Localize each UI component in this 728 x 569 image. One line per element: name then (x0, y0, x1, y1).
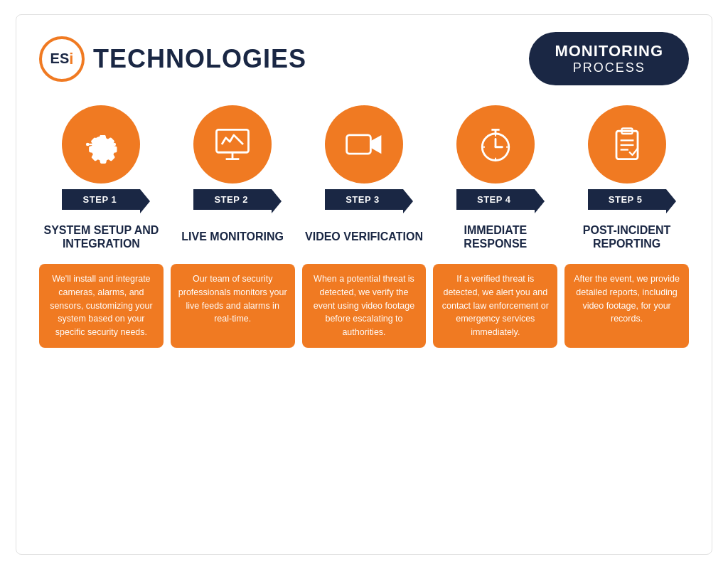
svg-rect-7 (347, 135, 371, 154)
step1-icon-circle (62, 105, 140, 184)
step2-arrow: STEP 2 (193, 189, 272, 210)
company-name: TECHNOLOGIES (93, 44, 306, 74)
step-col-5: STEP 5 POST-INCIDENT REPORTING After the… (564, 105, 689, 348)
step3-label: STEP 3 (346, 194, 380, 205)
step5-title: POST-INCIDENT REPORTING (564, 216, 689, 258)
stopwatch-icon (474, 123, 517, 166)
step3-icon-circle (325, 105, 403, 184)
clipboard-icon (606, 123, 648, 166)
camera-icon (343, 123, 385, 166)
step1-desc: We'll install and integrate cameras, ala… (39, 264, 164, 348)
logo-area: ESi TECHNOLOGIES (39, 36, 306, 82)
svg-point-3 (86, 143, 90, 147)
step-col-2: STEP 2 LIVE MONITORING Our team of secur… (171, 105, 295, 348)
svg-point-2 (113, 143, 117, 147)
step1-arrow: STEP 1 (62, 189, 140, 210)
step3-desc: When a potential threat is detected, we … (302, 264, 427, 348)
step5-arrow: STEP 5 (588, 189, 666, 210)
gear-icon (80, 123, 122, 166)
step5-desc: After the event, we provide detailed rep… (564, 264, 689, 348)
header: ESi TECHNOLOGIES MONITORING PROCESS (39, 32, 689, 85)
monitor-icon (211, 123, 254, 166)
step5-icon-circle (588, 105, 666, 184)
badge-subtitle: PROCESS (555, 60, 663, 75)
badge-title: MONITORING (555, 42, 663, 60)
step4-desc: If a verified threat is detected, we ale… (433, 264, 557, 348)
step3-title: VIDEO VERIFICATION (305, 216, 423, 258)
monitoring-badge: MONITORING PROCESS (529, 32, 689, 85)
step4-label: STEP 4 (477, 194, 511, 205)
step2-desc: Our team of security professionals monit… (171, 264, 295, 348)
step-col-3: STEP 3 VIDEO VERIFICATION When a potenti… (302, 105, 427, 348)
steps-container: STEP 1 SYSTEM SETUP AND INTEGRATION We'l… (39, 105, 689, 348)
logo-i: i (69, 50, 73, 68)
step3-arrow: STEP 3 (325, 189, 403, 210)
step2-label: STEP 2 (214, 194, 248, 205)
step1-title: SYSTEM SETUP AND INTEGRATION (39, 216, 164, 258)
step4-icon-circle (456, 105, 535, 184)
step4-title: IMMEDIATE RESPONSE (433, 216, 557, 258)
svg-rect-4 (217, 129, 249, 152)
step2-title: LIVE MONITORING (181, 216, 284, 258)
step-col-4: STEP 4 IMMEDIATE RESPONSE If a verified … (433, 105, 557, 348)
step2-icon-circle (193, 105, 272, 184)
step-col-1: STEP 1 SYSTEM SETUP AND INTEGRATION We'l… (39, 105, 164, 348)
logo-es: ES (50, 50, 70, 67)
step1-label: STEP 1 (83, 194, 117, 205)
step4-arrow: STEP 4 (456, 189, 535, 210)
logo-icon: ESi (39, 36, 85, 82)
step5-label: STEP 5 (609, 194, 643, 205)
svg-marker-8 (370, 135, 381, 154)
page-wrapper: ESi TECHNOLOGIES MONITORING PROCESS (16, 14, 712, 555)
